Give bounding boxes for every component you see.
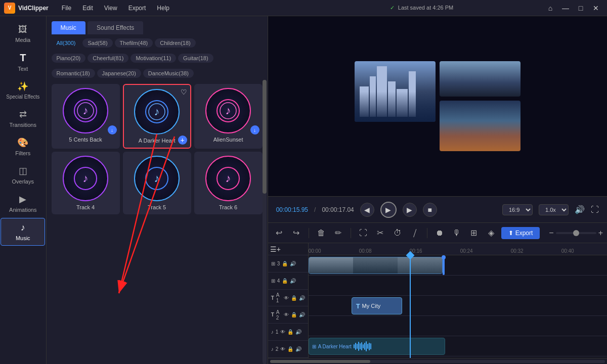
play-button[interactable]: ▶ bbox=[380, 202, 397, 218]
filter-dancemusic[interactable]: DanceMusic(38) bbox=[143, 69, 194, 78]
vol-icon-text[interactable]: 🔊 bbox=[299, 295, 305, 301]
scrollbar-track[interactable] bbox=[270, 360, 605, 363]
filters-icon: 🎨 bbox=[3, 137, 43, 148]
scrollbar-thumb[interactable] bbox=[270, 360, 371, 363]
download-icon-alien[interactable]: ↓ bbox=[250, 125, 259, 134]
sidebar-item-music[interactable]: ♪ Music bbox=[1, 218, 45, 246]
panel-scrollbar[interactable] bbox=[263, 80, 267, 364]
music-card-6[interactable]: ♪ Track 6 bbox=[194, 152, 263, 214]
wv-4 bbox=[358, 342, 359, 351]
track-label-text-1: T A 1 👁 🔒 🔊 bbox=[268, 290, 308, 307]
filter-cheerful[interactable]: Cheerful(81) bbox=[88, 54, 128, 63]
volume-icon-2[interactable]: 🔊 bbox=[290, 278, 296, 284]
lock-icon-text-2[interactable]: 🔒 bbox=[291, 312, 297, 317]
filter-japanese[interactable]: Japanese(20) bbox=[97, 69, 141, 78]
maximize-button[interactable]: □ bbox=[574, 3, 588, 14]
filter-sad[interactable]: Sad(58) bbox=[82, 38, 112, 48]
pip-button[interactable]: ⊞ bbox=[467, 226, 481, 240]
lock-icon-audio[interactable]: 🔒 bbox=[287, 329, 293, 335]
sidebar-item-transitions[interactable]: ⇄ Transitions bbox=[1, 105, 45, 132]
filter-all[interactable]: All(300) bbox=[52, 38, 81, 48]
tab-sound-effects[interactable]: Sound Effects bbox=[88, 21, 144, 34]
lock-icon-1[interactable]: 🔒 bbox=[282, 261, 288, 266]
music-card-5[interactable]: ♪ Track 5 bbox=[123, 152, 191, 214]
mask-button[interactable]: ◈ bbox=[484, 226, 498, 240]
volume-icon[interactable]: 🔊 bbox=[575, 205, 585, 214]
delete-button[interactable]: 🗑 bbox=[314, 226, 328, 240]
fullscreen-icon[interactable]: ⛶ bbox=[591, 205, 599, 214]
video-clip[interactable] bbox=[309, 257, 443, 274]
lock-icon-audio-2[interactable]: 🔒 bbox=[287, 346, 293, 352]
panel-scrollbar-thumb[interactable] bbox=[263, 80, 267, 194]
redo-button[interactable]: ↪ bbox=[289, 226, 304, 240]
vol-icon-audio-2[interactable]: 🔊 bbox=[295, 346, 301, 352]
prev-frame-button[interactable]: ◀ bbox=[360, 203, 374, 217]
menu-export[interactable]: Export bbox=[123, 3, 151, 14]
lock-icon-2[interactable]: 🔒 bbox=[282, 278, 288, 284]
lock-icon-text[interactable]: 🔒 bbox=[291, 295, 297, 301]
stop-button[interactable]: ■ bbox=[423, 203, 437, 217]
volume-icon-1[interactable]: 🔊 bbox=[290, 261, 296, 266]
plus-icon-darker[interactable]: + bbox=[178, 135, 187, 145]
eye-icon-audio-2[interactable]: 👁 bbox=[280, 346, 285, 352]
export-label: Export bbox=[515, 230, 533, 237]
eye-icon-text[interactable]: 👁 bbox=[284, 295, 289, 301]
menu-view[interactable]: View bbox=[99, 3, 122, 14]
playhead[interactable] bbox=[410, 255, 411, 358]
filter-motivation[interactable]: Motivation(11) bbox=[131, 54, 176, 63]
sidebar-item-filters[interactable]: 🎨 Filters bbox=[1, 133, 45, 160]
download-icon-5cents[interactable]: ↓ bbox=[108, 125, 117, 134]
heart-icon[interactable]: ♡ bbox=[181, 88, 187, 96]
vol-icon-text-2[interactable]: 🔊 bbox=[299, 312, 305, 317]
menu-help[interactable]: Help bbox=[152, 3, 175, 14]
tab-music[interactable]: Music bbox=[52, 21, 85, 34]
eye-icon-audio[interactable]: 👁 bbox=[280, 329, 285, 335]
next-frame-button[interactable]: ▶ bbox=[403, 203, 417, 217]
filter-children[interactable]: Children(18) bbox=[155, 38, 196, 48]
voiceover-button[interactable]: 🎙 bbox=[450, 226, 464, 240]
track-add-button[interactable]: ☰+ bbox=[268, 243, 308, 255]
zoom-slider[interactable] bbox=[556, 232, 596, 234]
sidebar-item-animations[interactable]: ▶ Animations bbox=[1, 190, 45, 217]
music-card-alien[interactable]: ♪ ↓ AlienSunset bbox=[194, 84, 263, 149]
audio-clip-darker-heart[interactable]: ⊞ A Darker Heart bbox=[309, 338, 445, 355]
music-card-4[interactable]: ♪ Track 4 bbox=[52, 152, 120, 214]
close-button[interactable]: ✕ bbox=[589, 3, 603, 14]
zoom-out-button[interactable]: − bbox=[549, 229, 553, 238]
record-button[interactable]: ⏺ bbox=[432, 226, 447, 240]
music-card-darker-heart[interactable]: ♡ ♪ + A Darker Heart bbox=[123, 84, 191, 149]
menu-file[interactable]: File bbox=[57, 3, 76, 14]
split-button[interactable]: ⧸ bbox=[408, 226, 422, 240]
menu-edit[interactable]: Edit bbox=[77, 3, 98, 14]
music-card-5-icon: ♪ bbox=[134, 156, 180, 201]
filter-guitar[interactable]: Guitar(18) bbox=[178, 54, 213, 63]
sidebar-item-media[interactable]: 🖼 Media bbox=[1, 20, 45, 47]
filter-piano[interactable]: Piano(20) bbox=[52, 54, 86, 63]
sidebar-item-overlays[interactable]: ◫ Overlays bbox=[1, 161, 45, 189]
edit-button[interactable]: ✏ bbox=[331, 226, 345, 240]
vol-icon-audio[interactable]: 🔊 bbox=[295, 329, 301, 335]
filter-thefilm[interactable]: Thefilm(48) bbox=[115, 38, 153, 48]
speed-button[interactable]: ⏱ bbox=[391, 226, 405, 240]
sidebar-item-special-effects[interactable]: ✨ Special Effects bbox=[1, 77, 45, 104]
export-button[interactable]: ⬆ Export bbox=[501, 227, 540, 239]
building-1 bbox=[360, 86, 369, 117]
minimize-button[interactable]: — bbox=[558, 3, 573, 14]
music-card-5cents[interactable]: ♪ ↓ 5 Cents Back bbox=[52, 84, 120, 149]
toolbar-sep-2 bbox=[351, 228, 351, 238]
filter-romantic[interactable]: Romantic(18) bbox=[52, 69, 95, 78]
text-clip-mycity[interactable]: T My City bbox=[352, 297, 402, 314]
audio-clip-label: A Darker Heart bbox=[318, 344, 352, 349]
preview-thumb-sunset bbox=[440, 101, 521, 151]
undo-button[interactable]: ↩ bbox=[272, 226, 286, 240]
zoom-slider-thumb[interactable] bbox=[573, 230, 579, 236]
eye-icon-text-2[interactable]: 👁 bbox=[284, 312, 289, 317]
zoom-in-button[interactable]: + bbox=[598, 229, 603, 238]
ratio-select[interactable]: 16:9 9:16 1:1 bbox=[502, 204, 533, 215]
home-button[interactable]: ⌂ bbox=[543, 3, 557, 14]
trim-button[interactable]: ✂ bbox=[373, 226, 387, 240]
sidebar-item-text[interactable]: T Text bbox=[1, 48, 45, 76]
text-track-num-2: A 2 bbox=[276, 309, 282, 321]
crop-button[interactable]: ⛶ bbox=[356, 226, 370, 240]
speed-select[interactable]: 1.0x 0.5x 2.0x bbox=[539, 204, 569, 215]
